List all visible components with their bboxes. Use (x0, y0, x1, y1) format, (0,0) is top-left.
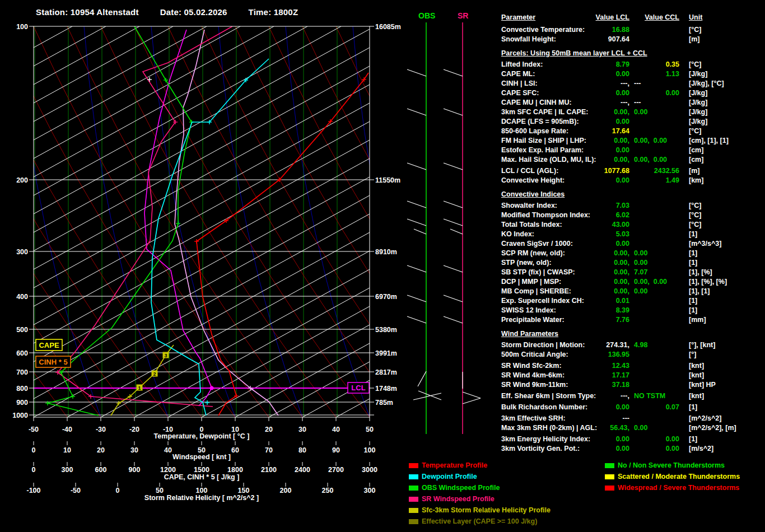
altitude-label: 1748m (375, 385, 397, 393)
pressure-label: 300 (16, 248, 28, 256)
axis-title: Temperature, Dewpoint [ °C ] (154, 432, 250, 440)
title-bar: Station: 10954 Altenstadt Date: 05.02.20… (36, 7, 298, 17)
row-unit: [cm] (689, 146, 703, 154)
table-row: SB STP (fix) | CWASP:0.00,7.07[1], [%] (501, 268, 765, 277)
row-label: Total Totals Index: (501, 221, 562, 228)
row-label: Lifted Index: (501, 60, 543, 68)
value-lcl: 8.39 (571, 306, 629, 314)
value-lcl: 0.00 (571, 445, 629, 452)
row-unit: [°C] (689, 26, 701, 34)
value-lcl: 43.00 (571, 221, 629, 228)
value-part: 2432.56 (654, 167, 679, 175)
value-part: 0.00 (616, 118, 629, 125)
row-unit: [m^2/s^2], [m] (689, 424, 736, 432)
table-row: Estofex Exp. Hail Param:0.00[cm] (501, 146, 765, 155)
row-unit: [m] (689, 167, 699, 175)
section-label: Convective Indices (501, 190, 565, 198)
legend-label: SR Windspeed Profile (422, 495, 495, 503)
value-mid: 0.00 (634, 287, 647, 295)
value-lcl: 0.00, (571, 137, 629, 144)
row-unit: [1] (689, 230, 697, 238)
value-part: 7.76 (616, 316, 629, 324)
value-part: 5.03 (616, 230, 629, 238)
row-unit: [1] (689, 259, 697, 267)
wind-barb (407, 316, 426, 323)
row-label: SB STP (fix) | CWASP: (501, 268, 575, 276)
wind-barb (444, 109, 463, 115)
value-lcl: 0.00 (571, 118, 629, 125)
row-unit: [°C] (689, 127, 701, 135)
value-lcl: 0.00, (571, 156, 629, 164)
table-row: Modified Thompson Index:6.02[°C] (501, 211, 765, 220)
axis-tick-label: 20 (265, 426, 273, 433)
row-unit: [°C] (689, 60, 701, 68)
pressure-label: 1000 (12, 412, 28, 419)
table-row: 3km Energy Helicity Index:0.000.00[1] (501, 435, 765, 444)
table-row: Showalter Index:7.03[°C] (501, 202, 765, 211)
value-part: NO TSTM (634, 392, 665, 400)
axis-tick-label: -20 (129, 426, 139, 433)
altitude-label: 785m (375, 399, 393, 407)
axis-tick-label: 60 (231, 446, 239, 454)
value-mid: 4.98 (634, 341, 647, 349)
wind-barb (407, 201, 426, 208)
value-lcl: 6.02 (571, 211, 629, 219)
row-label: Convective Height: (501, 176, 565, 184)
wind-barb (407, 109, 426, 115)
table-header-row: ParameterValue LCLValue CCLUnit (501, 13, 765, 22)
value-part: --- (634, 99, 641, 106)
table-section-header: Parcels: Using 50mB mean layer LCL + CCL (501, 49, 765, 58)
axis-tick-label: 40 (332, 426, 340, 433)
value-lcl: 0.00 (571, 70, 629, 78)
row-unit: [km] (689, 176, 703, 184)
table-row: Convective Height:0.001.49[km] (501, 176, 765, 185)
value-part: 17.17 (612, 371, 629, 379)
value-lcl: 0.00, (571, 287, 629, 295)
legend-label: Temperature Profile (422, 461, 487, 469)
axis-tick-label: 0 (32, 446, 36, 454)
table-row: CAPE ML:0.001.13[J/kg] (501, 70, 765, 79)
legend-swatch-icon (409, 519, 418, 524)
value-part: 0.01 (616, 297, 629, 305)
altitude-label: 8910m (375, 248, 397, 256)
table-row: Bulk Richardson Number:0.000.07[1] (501, 403, 765, 412)
row-unit: [m^3/s^3] (689, 240, 721, 248)
value-part: 0.00, (614, 278, 629, 286)
pressure-label: 900 (16, 399, 28, 407)
row-label: Craven SigSvr / 1000: (501, 240, 573, 248)
value-lcl: 0.00, (571, 249, 629, 257)
moist-adiabat (353, 26, 437, 417)
value-mid: 0.00 (634, 249, 647, 257)
value-part: ---, (621, 392, 629, 400)
value-part: 0.00 (616, 435, 629, 443)
row-label: MB Comp | SHERBE: (501, 287, 571, 295)
value-lcl: 0.01 (571, 297, 629, 305)
value-part: 907.64 (608, 35, 629, 43)
pressure-label: 800 (16, 385, 28, 393)
axis-tick-label: -50 (71, 487, 81, 494)
table-row: 3km Vorticity Gen. Pot.:0.000.00[m/s^2] (501, 445, 765, 454)
value-part: 0.00 (666, 89, 679, 97)
value-part: 8.79 (616, 60, 629, 68)
row-label: 500m Critical Angle: (501, 351, 568, 358)
value-part: 7.07 (634, 268, 647, 276)
value-part: 0.00 (634, 287, 647, 295)
table-row: MB Comp | SHERBE:0.00,0.00[1], [1] (501, 287, 765, 296)
table-row: Max 3km SRH (0-2km) | AGL:56.43,0.00[m^2… (501, 424, 765, 433)
value-part: 274.31, (606, 341, 629, 349)
axis-tick-label: 2700 (328, 466, 344, 474)
row-unit: [knt] (689, 362, 704, 370)
row-label: CINH | LSI: (501, 80, 538, 87)
column-header-value-lcl: Value LCL (571, 13, 629, 21)
legend-label: Scattered / Moderate Thunderstorms (618, 473, 740, 480)
chart-frame (34, 26, 370, 417)
value-lcl: 907.64 (571, 35, 629, 43)
table-row: SR Wind Sfc-2km:12.43[knt] (501, 362, 765, 371)
srh-level-box-label: 1 (138, 385, 141, 391)
pressure-label: 700 (16, 368, 28, 376)
legend-label: Widespread / Severe Thunderstorms (618, 484, 739, 492)
value-part: 0.00, (614, 268, 629, 276)
legend-label: Dewpoint Profile (422, 473, 477, 480)
wind-barb (418, 391, 441, 400)
row-unit: [1], [%], [%] (689, 278, 727, 286)
